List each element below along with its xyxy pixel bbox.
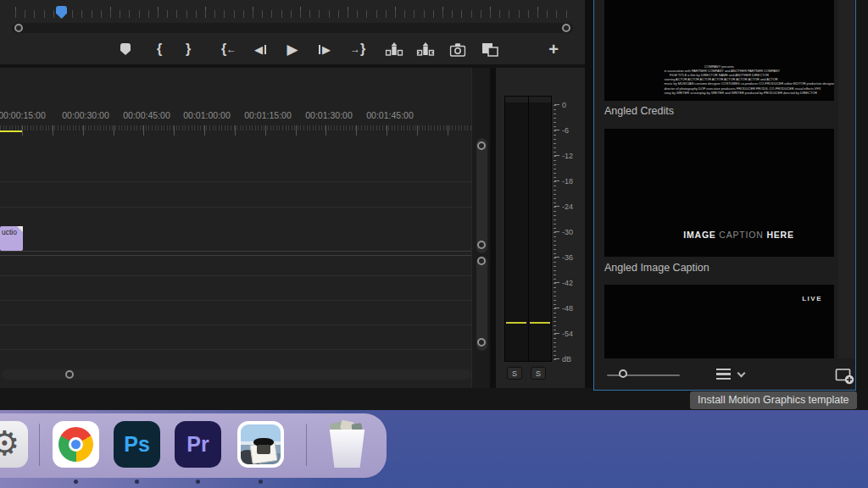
running-indicator-dot — [259, 480, 263, 484]
credits-preview: COMPANY presents in association with PAR… — [664, 65, 774, 96]
db-scale-label: -12 — [562, 152, 584, 160]
macos-dock: ⚙ Ps Pr — [0, 413, 387, 478]
timecode-label: 00:00:45:00 — [123, 110, 170, 120]
essential-graphics-panel: COMPANY presents in association with PAR… — [593, 0, 856, 391]
right-arrow-icon: → — [350, 43, 360, 55]
panel-scrollbar-track[interactable] — [838, 0, 854, 390]
live-badge: LIVE — [802, 295, 822, 302]
timeline-ruler[interactable] — [0, 125, 471, 136]
trash-basket-icon — [327, 430, 367, 468]
step-back-button[interactable]: ◀ — [254, 39, 266, 59]
mark-in-icon: { — [157, 42, 162, 57]
export-frame-button[interactable] — [450, 39, 466, 59]
chevron-down-icon[interactable] — [737, 369, 746, 378]
caption-strong: HERE — [766, 230, 793, 240]
photoshop-dock-icon[interactable]: Ps — [114, 421, 160, 468]
plus-icon: + — [548, 40, 559, 59]
go-to-out-icon: } — [360, 42, 365, 57]
marker-icon — [120, 43, 131, 55]
go-to-out-button[interactable]: →} — [350, 39, 365, 59]
trash-dock-icon[interactable] — [324, 421, 370, 468]
meter-scale-ticks — [554, 105, 556, 361]
work-area-marker — [0, 130, 22, 132]
template-label: Angled Credits — [604, 105, 674, 117]
timeline-clip[interactable]: uctio — [0, 226, 23, 251]
play-icon: ▶ — [287, 41, 298, 58]
running-indicator-dot — [196, 480, 200, 484]
track-separator — [0, 181, 471, 182]
db-scale-label: 0 — [562, 101, 584, 109]
db-scale-label: -6 — [562, 126, 584, 135]
scroll-handle[interactable] — [477, 257, 486, 265]
photo-document-dock-icon[interactable] — [237, 421, 284, 468]
lift-button[interactable] — [386, 39, 403, 59]
dock-divider — [39, 424, 40, 466]
running-indicator-dot — [135, 480, 139, 484]
scroll-handle[interactable] — [477, 241, 486, 249]
video-tracks-scrollbar[interactable] — [476, 138, 487, 253]
running-indicator-dot — [74, 480, 78, 484]
extract-icon — [417, 42, 435, 56]
video-audio-divider[interactable] — [0, 255, 471, 256]
play-button[interactable]: ▶ — [287, 39, 298, 59]
mark-out-button[interactable]: } — [186, 39, 191, 59]
premiere-logo-label: Pr — [186, 432, 209, 456]
tooltip: Install Motion Graphics template — [690, 391, 857, 409]
solo-right-button[interactable]: S — [531, 367, 546, 380]
template-item-angled-credits[interactable]: COMPANY presents in association with PAR… — [604, 0, 834, 101]
db-scale-label: -36 — [562, 253, 584, 262]
system-settings-dock-icon[interactable]: ⚙ — [0, 421, 28, 468]
scroll-handle[interactable] — [477, 338, 486, 347]
scroll-handle[interactable] — [477, 141, 486, 150]
timecode-label: 00:01:15:00 — [244, 110, 291, 120]
db-scale-label: -30 — [562, 228, 584, 236]
step-back-icon: ◀ — [254, 43, 263, 56]
add-marker-button[interactable] — [120, 39, 131, 59]
chrome-logo-hub — [71, 440, 81, 449]
template-item-angled-image-caption[interactable]: IMAGE CAPTION HERE — [604, 129, 834, 257]
db-scale-label: -18 — [562, 177, 584, 186]
mark-out-icon: } — [186, 42, 191, 57]
mark-in-button[interactable]: { — [157, 39, 162, 59]
comparison-view-icon — [481, 42, 498, 57]
step-forward-icon: ▶ — [322, 43, 331, 56]
clip-label: uctio — [2, 228, 17, 236]
timecode-label: 00:00:30:00 — [62, 110, 108, 120]
dock-divider — [306, 424, 307, 466]
track-separator — [0, 300, 471, 301]
timeline-panel: 00:00:15:00 00:00:30:00 00:00:45:00 00:0… — [0, 68, 490, 388]
photoshop-logo-label: Ps — [124, 432, 150, 456]
thumbnail-zoom-slider[interactable] — [607, 374, 680, 376]
monitor-zoom-scrollbar[interactable] — [12, 23, 573, 33]
jar-body-shape — [257, 445, 270, 454]
window-right-edge — [855, 0, 868, 388]
video-audio-divider[interactable] — [0, 251, 471, 252]
chrome-dock-icon[interactable] — [53, 421, 99, 468]
extract-button[interactable] — [417, 39, 435, 59]
zoom-slider-knob[interactable] — [619, 369, 627, 378]
track-separator — [0, 349, 471, 350]
scrollbar-right-handle[interactable] — [562, 24, 570, 32]
camera-icon — [450, 42, 466, 57]
scrollbar-left-handle[interactable] — [14, 24, 23, 32]
caption-dim: CAPTION — [716, 230, 767, 240]
premiere-pro-window: { } {← ◀ ▶ ▶ →} — [0, 0, 868, 410]
db-unit-label: dB — [562, 355, 584, 363]
premiere-pro-dock-icon[interactable]: Pr — [175, 421, 221, 468]
comparison-view-button[interactable] — [481, 39, 498, 59]
audio-tracks-scrollbar[interactable] — [476, 256, 487, 351]
solo-left-button[interactable]: S — [507, 367, 522, 380]
button-editor-button[interactable]: + — [548, 39, 559, 59]
scroll-handle[interactable] — [65, 370, 74, 379]
monitor-ruler-ticks — [15, 10, 571, 18]
caption-strong: IMAGE — [683, 230, 715, 240]
list-view-menu-icon[interactable] — [716, 369, 732, 380]
template-item-live[interactable]: LIVE — [604, 285, 834, 359]
go-to-in-button[interactable]: {← — [221, 39, 236, 59]
install-template-button[interactable] — [835, 367, 854, 385]
timecode-label: 00:01:30:00 — [305, 110, 352, 120]
timecode-label: 00:01:00:00 — [183, 110, 230, 120]
db-scale-label: -48 — [562, 304, 584, 313]
step-forward-button[interactable]: ▶ — [319, 39, 331, 59]
track-separator — [0, 275, 471, 276]
